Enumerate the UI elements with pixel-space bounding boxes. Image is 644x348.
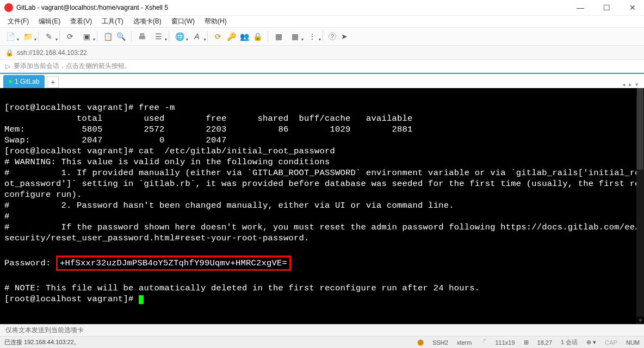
status-pos-icon: ⊞ <box>524 339 529 346</box>
menu-tools[interactable]: 工具(T) <box>100 16 125 27</box>
app-icon <box>4 3 13 12</box>
menu-window[interactable]: 窗口(W) <box>169 16 197 27</box>
tab-nav: ◂ ▸ ▾ <box>622 81 641 88</box>
separator <box>59 31 60 42</box>
terminal-line: Mem: 5805 2572 2203 86 1029 2881 <box>4 125 413 134</box>
window-buttons: — ☐ ✕ <box>572 2 641 13</box>
new-folder-icon[interactable]: 📁 <box>23 32 33 41</box>
lock-icon: 🔒 <box>5 49 14 57</box>
printer-icon[interactable]: 🖶 <box>137 32 147 41</box>
separator <box>97 31 97 42</box>
edit-icon[interactable]: ✎ <box>44 32 54 41</box>
tab-prev-icon[interactable]: ◂ <box>622 81 626 88</box>
status-bar-lower: 已连接 192.168.44.103:22。 ⬤ SSH2 xterm 「 11… <box>0 336 644 348</box>
status-num: NUM <box>626 339 640 346</box>
separator <box>169 31 169 42</box>
copy-icon[interactable]: 📋 <box>103 32 113 41</box>
menu-bar: 文件(F) 编辑(E) 查看(V) 工具(T) 选项卡(B) 窗口(W) 帮助(… <box>0 15 644 27</box>
status-caps: CAP <box>605 339 617 346</box>
separator <box>131 31 132 42</box>
status-term: xterm <box>457 339 472 346</box>
separator <box>207 31 208 42</box>
arrow-icon[interactable]: ➤ <box>339 32 349 41</box>
terminal-line: total used free shared buff/cache availa… <box>4 114 413 123</box>
font-icon[interactable]: A <box>192 32 202 41</box>
encoding-icon[interactable]: 🌐 <box>175 32 184 41</box>
separator <box>38 31 39 42</box>
status-bar-upper: 仅将文本发送到当前选项卡 <box>0 324 644 336</box>
terminal-line: [root@localhost vagrant]# free -m <box>4 103 175 113</box>
add-tab-button[interactable]: + <box>47 76 59 88</box>
address-url[interactable]: ssh://192.168.44.103:22 <box>17 49 87 57</box>
send-mode-text: 仅将文本发送到当前选项卡 <box>5 326 84 335</box>
terminal-line: # NOTE: This file will be automatically … <box>4 283 480 293</box>
separator <box>268 31 268 42</box>
tab-strip: 1 GitLab + ◂ ▸ ▾ <box>0 73 644 88</box>
status-pos: 18,27 <box>537 339 553 346</box>
lock-icon[interactable]: 🔒 <box>252 32 262 41</box>
status-dot-icon <box>9 80 12 83</box>
status-fields: ⬤ SSH2 xterm 「 111x19 ⊞ 18,27 1 会话 ⊕ ▾ C… <box>417 338 640 346</box>
layout2-icon[interactable]: ▦ <box>290 32 300 41</box>
menu-file[interactable]: 文件(F) <box>5 16 31 27</box>
users-icon[interactable]: 👥 <box>239 32 249 41</box>
terminal-line: # <box>4 212 10 221</box>
terminal[interactable]: [root@localhost vagrant]# free -m total … <box>0 88 644 324</box>
address-bar: 🔒 ssh://192.168.44.103:22 <box>0 46 644 60</box>
properties-icon[interactable]: ☰ <box>153 32 163 41</box>
menu-tabs[interactable]: 选项卡(B) <box>131 16 164 27</box>
search-icon[interactable]: 🔍 <box>116 32 126 41</box>
status-size-label: 「 <box>480 338 486 346</box>
cursor-icon <box>139 295 144 304</box>
terminal-area: [root@localhost vagrant]# free -m total … <box>0 88 644 324</box>
layout3-icon[interactable]: ⋮ <box>307 32 317 41</box>
terminal-line: # 1. If provided manually (either via `G… <box>4 168 640 200</box>
layout1-icon[interactable]: ▦ <box>274 32 283 41</box>
password-label: Password: <box>4 258 56 268</box>
scroll-thumb[interactable] <box>637 88 643 170</box>
status-proto: SSH2 <box>432 339 448 346</box>
terminal-line: # If the password shown here doesn't wor… <box>4 222 640 243</box>
scrollbar[interactable]: ▴ ▾ <box>636 88 644 324</box>
settings-icon[interactable]: ▣ <box>82 32 91 41</box>
color-icon[interactable]: ⟳ <box>213 32 223 41</box>
key-icon[interactable]: 🔑 <box>226 32 236 41</box>
password-highlight: +HfSxxr32uzDJmPSB4oY5ZTqhfY99Uqmv+HMRC2x… <box>56 256 291 271</box>
status-more-icon[interactable]: ⊕ ▾ <box>586 339 596 346</box>
status-sessions: 1 会话 <box>561 338 578 346</box>
status-size: 111x19 <box>495 339 515 346</box>
add-session-icon[interactable]: ▷ <box>5 63 10 70</box>
title-bar: GitLab - vagrant@localhost:/home/vagrant… <box>0 0 644 15</box>
help-icon[interactable]: ? <box>329 33 336 40</box>
reconnect-icon[interactable]: ⟳ <box>65 32 75 41</box>
status-connected: 已连接 192.168.44.103:22。 <box>4 338 80 346</box>
ssh-icon: ⬤ <box>417 339 424 346</box>
terminal-line: # 2. Password hasn't been changed manual… <box>4 201 454 210</box>
scroll-down-icon[interactable]: ▾ <box>636 316 644 324</box>
password-value: +HfSxxr32uzDJmPSB4oY5ZTqhfY99Uqmv+HMRC2x… <box>60 258 287 268</box>
hint-bar: ▷ 要添加当前会话，点击左侧的箭头按钮。 <box>0 60 644 73</box>
terminal-line: # WARNING: This value is valid only in t… <box>4 157 330 167</box>
terminal-line: [root@localhost vagrant]# cat /etc/gitla… <box>4 146 335 156</box>
minimize-button[interactable]: — <box>572 2 589 13</box>
close-button[interactable]: ✕ <box>624 2 641 13</box>
maximize-button[interactable]: ☐ <box>598 2 615 13</box>
tab-menu-icon[interactable]: ▾ <box>635 81 639 88</box>
tab-label: 1 GitLab <box>15 78 39 85</box>
separator <box>323 31 323 42</box>
tab-gitlab[interactable]: 1 GitLab <box>3 75 45 88</box>
terminal-prompt: [root@localhost vagrant]# <box>4 294 139 304</box>
terminal-line: Swap: 2047 0 2047 <box>4 135 227 145</box>
toolbar: 📄 📁 ✎ ⟳ ▣ 📋 🔍 🖶 ☰ 🌐 A ⟳ 🔑 👥 🔒 ▦ ▦ ⋮ ? ➤ <box>0 27 644 46</box>
new-session-icon[interactable]: 📄 <box>5 32 15 41</box>
window-title: GitLab - vagrant@localhost:/home/vagrant… <box>16 4 572 11</box>
menu-help[interactable]: 帮助(H) <box>202 16 229 27</box>
menu-edit[interactable]: 编辑(E) <box>36 16 63 27</box>
tab-next-icon[interactable]: ▸ <box>629 81 632 88</box>
hint-text: 要添加当前会话，点击左侧的箭头按钮。 <box>14 61 131 71</box>
menu-view[interactable]: 查看(V) <box>68 16 94 27</box>
